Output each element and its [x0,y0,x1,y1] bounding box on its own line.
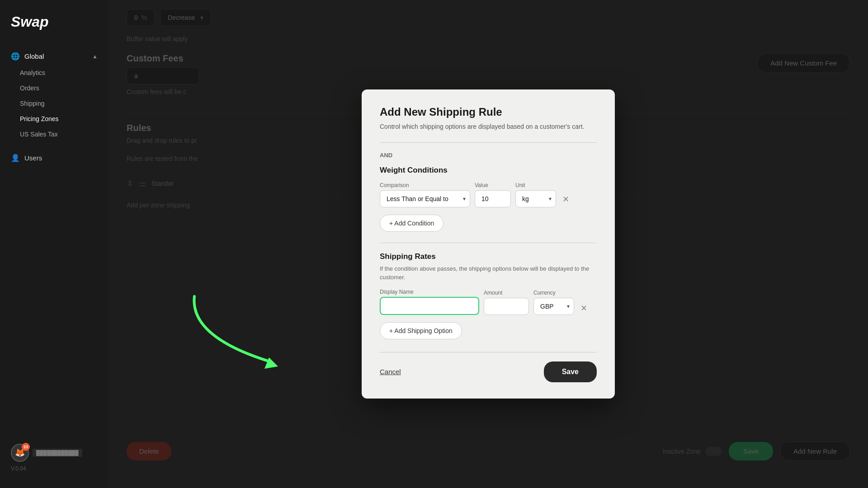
global-icon: 🌐 [11,52,20,61]
modal-overlay[interactable]: Add New Shipping Rule Control which ship… [108,0,868,488]
sidebar-item-shipping[interactable]: Shipping [0,96,108,111]
currency-group: Currency GBP USD EUR [533,290,574,315]
cancel-button[interactable]: Cancel [380,368,401,375]
modal-footer: Cancel Save [380,352,597,382]
display-name-label: Display Name [380,289,479,295]
unit-label: Unit [515,182,556,188]
comparison-select-wrapper: Less Than or Equal to Greater Than or Eq… [380,190,470,207]
and-label: AND [380,152,597,159]
value-label: Value [475,182,511,188]
comparison-group: Comparison Less Than or Equal to Greater… [380,182,470,207]
save-button[interactable]: Save [544,361,597,382]
sidebar-item-analytics[interactable]: Analytics [0,65,108,80]
modal-divider-top [380,142,597,143]
chevron-up-icon: ▲ [92,53,98,60]
comparison-select[interactable]: Less Than or Equal to Greater Than or Eq… [380,190,470,207]
amount-label: Amount [484,290,529,296]
weight-conditions-title: Weight Conditions [380,166,597,175]
comparison-label: Comparison [380,182,470,188]
sidebar-users-section: 👤 Users [0,145,108,170]
avatar-area: 🦊 23 ████████████ [11,444,98,462]
currency-select[interactable]: GBP USD EUR [533,298,574,315]
sidebar: Swap 🌐 Global ▲ Analytics Orders Shippin… [0,0,108,488]
remove-condition-button[interactable]: ✕ [561,192,571,206]
value-input[interactable] [475,190,511,207]
modal-title: Add New Shipping Rule [380,106,597,118]
currency-label: Currency [533,290,574,296]
arrow-svg [181,292,316,382]
unit-group: Unit kg lb oz g [515,182,556,207]
sidebar-item-global[interactable]: 🌐 Global ▲ [0,47,108,65]
modal-description: Control which shipping options are displ… [380,122,597,131]
svg-marker-0 [264,357,278,369]
sidebar-bottom: 🦊 23 ████████████ V.0.04 [0,436,108,479]
modal-dialog: Add New Shipping Rule Control which ship… [362,89,615,398]
main-content: 0 % Decrease ▾ Buffer value will apply C… [108,0,868,488]
add-shipping-option-button[interactable]: + Add Shipping Option [380,322,462,339]
unit-select[interactable]: kg lb oz g [515,190,556,207]
rate-row: Display Name Amount Currency GBP USD EUR [380,289,597,315]
version-label: V.0.04 [11,465,98,472]
unit-select-wrapper: kg lb oz g [515,190,556,207]
sidebar-item-us-sales-tax[interactable]: US Sales Tax [0,127,108,142]
value-group: Value [475,182,511,207]
remove-rate-button[interactable]: ✕ [579,301,589,315]
app-logo: Swap [0,9,108,44]
avatar[interactable]: 🦊 23 [11,444,29,462]
notification-badge: 23 [22,443,30,451]
currency-select-wrapper: GBP USD EUR [533,298,574,315]
display-name-input[interactable] [380,297,479,315]
users-icon: 👤 [11,154,20,162]
shipping-rates-title: Shipping Rates [380,252,597,261]
amount-group: Amount [484,290,529,315]
shipping-rates-desc: If the condition above passes, the shipp… [380,265,597,281]
section-divider [380,243,597,243]
add-condition-button[interactable]: + Add Condition [380,215,443,232]
sidebar-global-section: 🌐 Global ▲ Analytics Orders Shipping Pri… [0,44,108,145]
avatar-name: ████████████ [33,449,82,457]
display-name-group: Display Name [380,289,479,315]
arrow-annotation [181,292,316,384]
sidebar-item-pricing-zones[interactable]: Pricing Zones [0,111,108,127]
sidebar-item-orders[interactable]: Orders [0,80,108,96]
condition-row: Comparison Less Than or Equal to Greater… [380,182,597,207]
amount-input[interactable] [484,298,529,315]
sidebar-item-users[interactable]: 👤 Users [0,149,108,167]
